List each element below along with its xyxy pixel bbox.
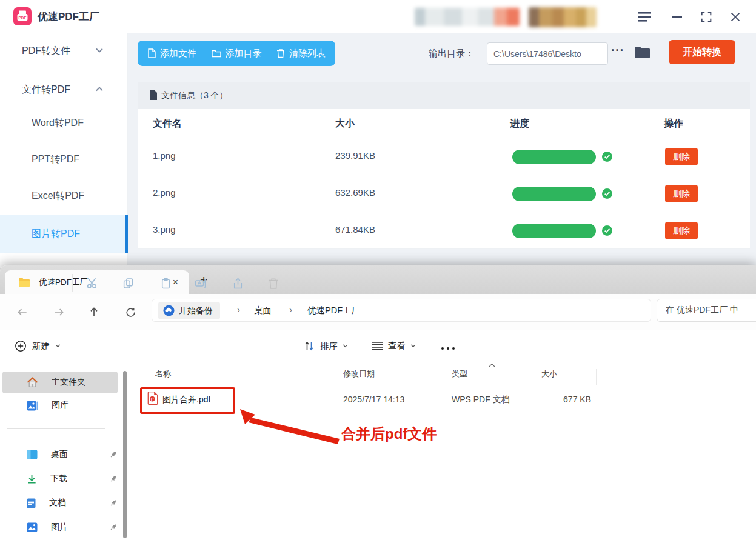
chevron-down-icon	[343, 344, 348, 348]
annotation-arrow	[236, 405, 346, 448]
delete-icon[interactable]	[266, 276, 281, 290]
sidebar-group-file-to-pdf[interactable]: 文件转PDF	[0, 76, 128, 103]
back-icon[interactable]	[13, 303, 32, 321]
rename-icon[interactable]	[193, 276, 208, 290]
svg-text:PDF: PDF	[19, 16, 27, 20]
file-size: 671.84KB	[335, 224, 375, 235]
list-lines-icon	[372, 341, 383, 351]
output-path-input[interactable]	[487, 42, 608, 65]
pin-icon	[109, 475, 118, 483]
address-bar[interactable]: 开始备份 › 桌面 › 优速PDF工厂	[152, 299, 651, 322]
sidebar-item-excel-to-pdf[interactable]: Excel转PDF	[0, 184, 128, 208]
sidebar-divider	[7, 428, 105, 429]
file-info-band: 文件信息（3 个）	[138, 82, 750, 109]
progress-bar	[512, 150, 596, 164]
open-folder-icon[interactable]	[634, 45, 651, 59]
search-input[interactable]	[657, 299, 756, 322]
file-info-title: 文件信息（3 个）	[161, 90, 228, 101]
home-icon	[27, 377, 38, 388]
pdf-app-sidebar: PDF转文件 文件转PDF Word转PDF PPT转PDF Excel转PDF…	[0, 33, 128, 265]
column-header-type[interactable]: 类型	[452, 368, 467, 379]
clear-list-button[interactable]: 清除列表	[276, 48, 326, 59]
breadcrumb-separator: ›	[289, 304, 292, 315]
desktop-icon	[27, 450, 38, 459]
share-icon[interactable]	[230, 276, 245, 290]
check-circle-icon	[602, 188, 612, 199]
delete-button[interactable]: 删除	[665, 222, 698, 239]
more-options-icon[interactable]	[438, 341, 458, 356]
sort-ascending-icon	[489, 363, 495, 367]
page-icon	[147, 48, 156, 58]
refresh-icon[interactable]	[121, 303, 139, 321]
app-logo-icon: PDF	[13, 7, 32, 25]
breadcrumb-current-folder[interactable]: 优速PDF工厂	[307, 305, 360, 316]
column-header-size[interactable]: 大小	[541, 368, 557, 379]
breadcrumb-separator: ›	[237, 304, 240, 315]
redacted-vip-badge	[529, 7, 597, 27]
sidebar-scrollbar[interactable]	[123, 371, 127, 538]
forward-icon[interactable]	[50, 303, 68, 321]
sidebar-item-ppt-to-pdf[interactable]: PPT转PDF	[0, 147, 128, 172]
check-circle-icon	[602, 152, 612, 162]
copy-icon[interactable]	[121, 276, 135, 290]
new-button[interactable]: 新建	[15, 340, 61, 352]
column-header-modified[interactable]: 修改日期	[343, 368, 375, 379]
documents-icon	[27, 498, 36, 508]
minimize-button[interactable]	[668, 8, 686, 26]
sidebar-item-desktop[interactable]: 桌面	[2, 444, 118, 465]
cut-icon[interactable]	[85, 276, 99, 290]
delete-button[interactable]: 删除	[665, 148, 698, 165]
tab-close-icon[interactable]: ×	[173, 277, 178, 288]
file-row-type: WPS PDF 文档	[452, 395, 510, 405]
yellow-folder-icon	[18, 278, 30, 287]
view-button[interactable]: 查看	[372, 340, 416, 352]
breadcrumb-desktop[interactable]: 桌面	[254, 305, 272, 316]
explorer-tabstrip: 优速PDF工厂 × +	[0, 265, 756, 294]
sidebar-item-downloads[interactable]: 下载	[2, 468, 118, 490]
table-row: 3.png 671.84KB 删除	[138, 212, 750, 249]
chevron-down-icon	[55, 344, 61, 348]
delete-button[interactable]: 删除	[665, 185, 698, 202]
chevron-down-icon	[410, 344, 416, 348]
paste-icon[interactable]	[158, 276, 173, 290]
sidebar-item-pictures[interactable]: 图片	[2, 516, 118, 538]
pin-icon	[109, 523, 118, 532]
add-file-button[interactable]: 添加文件	[147, 48, 196, 59]
sidebar-separator	[135, 365, 135, 540]
progress-bar	[512, 224, 596, 238]
sidebar-item-image-to-pdf[interactable]: 图片转PDF	[0, 215, 128, 253]
annotation-label: 合并后pdf文件	[341, 424, 437, 444]
redacted-account-badge	[415, 8, 520, 26]
file-size: 632.69KB	[335, 187, 375, 198]
annotation-highlight-box	[140, 387, 235, 414]
sidebar-group-pdf-to-file[interactable]: PDF转文件	[0, 38, 128, 64]
sidebar-item-word-to-pdf[interactable]: Word转PDF	[0, 111, 128, 135]
col-progress: 进度	[510, 118, 529, 130]
column-header-name[interactable]: 名称	[155, 368, 171, 379]
start-convert-button[interactable]: 开始转换	[669, 40, 735, 64]
file-name: 3.png	[153, 224, 176, 235]
maximize-button[interactable]	[697, 8, 715, 26]
sidebar-item-gallery[interactable]: 图库	[2, 395, 118, 416]
browse-more-button[interactable]: ···	[611, 44, 624, 57]
sidebar-item-documents[interactable]: 文档	[2, 492, 118, 514]
add-folder-button[interactable]: 添加目录	[212, 48, 262, 59]
close-button[interactable]	[726, 8, 744, 26]
file-name: 1.png	[153, 150, 176, 161]
start-backup-button[interactable]: 开始备份	[158, 302, 220, 319]
download-icon	[27, 474, 37, 484]
file-row-modified: 2025/7/17 14:13	[343, 395, 404, 404]
pin-icon	[109, 499, 118, 507]
file-name: 2.png	[153, 187, 176, 198]
sidebar-item-home[interactable]: 主文件夹	[2, 372, 118, 393]
up-icon[interactable]	[85, 303, 103, 321]
col-size: 大小	[335, 118, 355, 130]
sort-button[interactable]: 排序	[303, 340, 348, 352]
file-actions-toolbar: 添加文件 添加目录 清除列表	[138, 41, 335, 66]
pictures-icon	[27, 522, 38, 532]
trash-icon	[276, 48, 285, 58]
chevron-up-icon	[96, 87, 103, 92]
check-circle-icon	[602, 225, 612, 236]
menu-icon[interactable]	[635, 8, 654, 26]
pdf-app-titlebar: PDF 优速PDF工厂	[0, 0, 756, 33]
